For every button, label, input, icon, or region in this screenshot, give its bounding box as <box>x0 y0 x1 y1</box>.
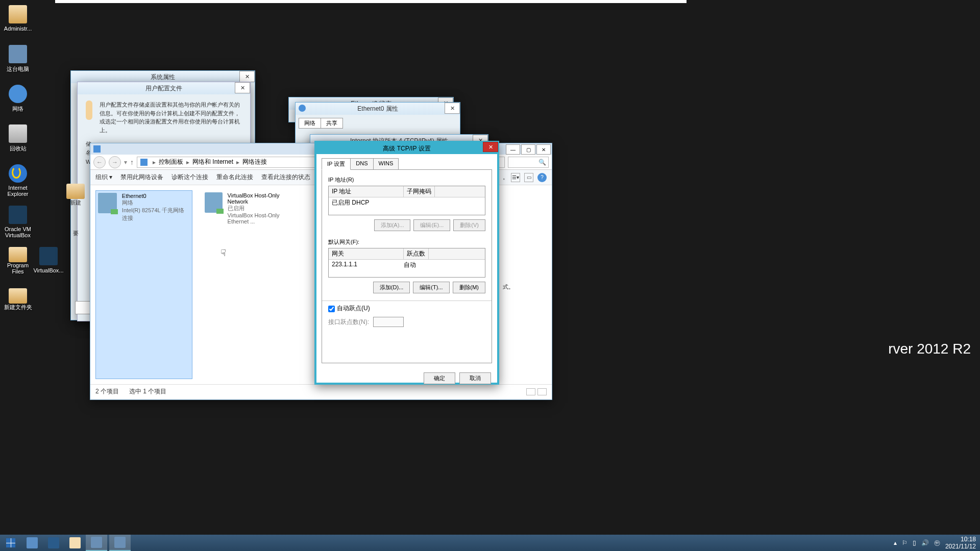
minimize-button[interactable]: — <box>506 144 520 155</box>
profile-info-panel: 用户配置文件存储桌面设置和其他与你的用户帐户有关的信息。可在你使用的每台计算机上… <box>78 94 250 140</box>
app-icon <box>93 145 101 153</box>
desktop-icon-virtualbox[interactable]: Oracle VM VirtualBox <box>3 206 33 238</box>
tabs: IP 设置 DNS WINS <box>322 158 492 170</box>
ip-addresses-label: IP 地址(R) <box>328 176 485 184</box>
close-button[interactable]: ✕ <box>483 142 498 152</box>
taskbar[interactable]: ▴ ⚐ ▯ 🔊 ㊥ 10:18 2021/11/12 <box>0 535 980 551</box>
taskbar-server-manager[interactable] <box>21 535 43 551</box>
title-bar[interactable]: Ethernet0 属性 ✕ <box>296 103 460 115</box>
taskbar-sysprops[interactable] <box>86 535 107 551</box>
help-icon[interactable]: ? <box>537 173 547 182</box>
cut-folder-icon: 新建 <box>60 184 91 207</box>
diagnose[interactable]: 诊断这个连接 <box>172 173 208 182</box>
tab-content: IP 地址(R) IP 地址 子网掩码 已启用 DHCP 添加(A)... 编辑… <box>322 169 492 363</box>
cut-text-fragment: 式。 <box>503 283 514 291</box>
maximize-button[interactable]: ▢ <box>521 144 535 155</box>
view-status[interactable]: 查看此连接的状态 <box>261 173 310 182</box>
close-button[interactable]: ✕ <box>235 82 250 93</box>
ip-address-list[interactable]: IP 地址 子网掩码 已启用 DHCP <box>328 186 485 215</box>
desktop-icon-network[interactable]: 网络 <box>3 85 33 113</box>
start-button[interactable] <box>0 535 21 551</box>
folder-icon <box>9 288 27 304</box>
desktop-icon-ie[interactable]: Internet Explorer <box>3 164 33 197</box>
ip-add-button: 添加(A)... <box>374 219 411 231</box>
network-adapter-icon <box>205 192 223 213</box>
close-button[interactable]: ✕ <box>445 103 460 114</box>
tabs: 网络 共享 <box>299 118 457 129</box>
search-input[interactable]: 🔍 <box>508 157 549 168</box>
iface-metric-label: 接口跃点数(N): <box>328 318 369 327</box>
windows-watermark: rver 2012 R2 <box>888 341 971 357</box>
tab-wins[interactable]: WINS <box>373 158 399 170</box>
cut-button <box>75 301 90 314</box>
list-header: 网关 跃点数 <box>329 248 485 260</box>
gw-add-button[interactable]: 添加(D)... <box>373 282 410 293</box>
gateways-label: 默认网关(F): <box>328 238 485 246</box>
folder-icon <box>9 247 27 262</box>
tab-network[interactable]: 网络 <box>299 118 321 129</box>
view-details-icon[interactable] <box>537 388 547 395</box>
history-dropdown[interactable]: ▾ <box>124 159 127 166</box>
virtualbox-icon <box>9 206 27 224</box>
tray-flag-icon[interactable]: ⚐ <box>902 539 908 546</box>
system-tray[interactable]: ▴ ⚐ ▯ 🔊 ㊥ 10:18 2021/11/12 <box>894 536 980 550</box>
taskbar-clock[interactable]: 10:18 2021/11/12 <box>945 536 976 550</box>
computer-icon <box>9 45 27 63</box>
tab-ip-settings[interactable]: IP 设置 <box>322 158 351 170</box>
desktop-icon-vbox2[interactable]: VirtualBox... <box>33 247 64 273</box>
taskbar-explorer[interactable] <box>64 535 86 551</box>
gateway-list[interactable]: 网关 跃点数 223.1.1.1 自动 <box>328 248 485 278</box>
people-icon <box>86 101 92 120</box>
disable-device[interactable]: 禁用此网络设备 <box>120 173 163 182</box>
iface-metric-input <box>373 317 404 327</box>
list-row-gateway[interactable]: 223.1.1.1 自动 <box>332 261 482 269</box>
view-dropdown-icon[interactable]: ☰▾ <box>511 173 520 182</box>
tray-sound-icon[interactable]: 🔊 <box>921 539 929 546</box>
window-advanced-tcpip[interactable]: 高级 TCP/IP 设置 ✕ IP 设置 DNS WINS IP 地址(R) I… <box>314 141 499 385</box>
virtualbox-icon <box>39 247 58 265</box>
desktop-icon-progfiles[interactable]: Program Files <box>3 247 33 274</box>
monitor-icon <box>140 159 148 166</box>
title-bar[interactable]: 用户配置文件 ✕ <box>78 82 250 94</box>
organize-menu[interactable]: 组织 ▾ <box>95 173 112 182</box>
desktop-icon-recycle[interactable]: 回收站 <box>3 124 33 153</box>
close-button[interactable]: ✕ <box>536 144 551 155</box>
up-button[interactable]: ↑ <box>130 158 134 166</box>
view-tiles-icon[interactable] <box>526 388 535 395</box>
cut-text-fragment2: 。 <box>503 173 508 181</box>
forward-button[interactable]: → <box>109 156 121 168</box>
tray-ime-icon[interactable]: ㊥ <box>934 539 940 547</box>
title-bar[interactable]: 高级 TCP/IP 设置 ✕ <box>316 143 497 154</box>
dialog-footer: 确定 取消 <box>316 368 497 388</box>
preview-pane-icon[interactable]: ▭ <box>524 173 533 182</box>
network-adapter-icon <box>98 193 117 213</box>
window-controls: — ▢ ✕ <box>505 144 551 155</box>
rename[interactable]: 重命名此连接 <box>216 173 253 182</box>
search-icon: 🔍 <box>538 159 546 166</box>
network-item-ethernet0[interactable]: Ethernet0 网络 Intel(R) 82574L 千兆网络连接 <box>95 190 192 379</box>
taskbar-network[interactable] <box>109 535 131 551</box>
desktop-icon-pc[interactable]: 这台电脑 <box>3 45 33 73</box>
globe-icon <box>299 105 306 112</box>
tab-share[interactable]: 共享 <box>321 118 343 129</box>
cancel-button[interactable]: 取消 <box>459 372 491 384</box>
tab-dns[interactable]: DNS <box>350 158 373 170</box>
close-button[interactable]: ✕ <box>239 71 255 82</box>
desktop-icon-admin[interactable]: Administr... <box>3 5 33 32</box>
tray-network-icon[interactable]: ▯ <box>913 539 916 546</box>
ip-edit-button: 编辑(E)... <box>413 219 450 231</box>
gw-edit-button[interactable]: 编辑(T)... <box>413 282 449 293</box>
desktop-icon-newfolder[interactable]: 新建文件夹 <box>3 288 33 311</box>
gw-delete-button[interactable]: 删除(M) <box>453 282 486 293</box>
folder-icon <box>9 5 27 23</box>
tray-arrow-icon[interactable]: ▴ <box>894 539 897 546</box>
cut-text-block: 要 <box>60 230 91 237</box>
network-item-vbox[interactable]: VirtualBox Host-Only Network 已启用 Virtual… <box>203 190 300 379</box>
ie-icon <box>9 164 27 183</box>
list-row-dhcp[interactable]: 已启用 DHCP <box>332 198 482 207</box>
ip-delete-button: 删除(V) <box>453 219 485 231</box>
taskbar-powershell[interactable] <box>43 535 64 551</box>
auto-metric-checkbox[interactable]: 自动跃点(U) <box>328 304 485 313</box>
back-button[interactable]: ← <box>93 156 106 168</box>
ok-button[interactable]: 确定 <box>424 372 455 384</box>
